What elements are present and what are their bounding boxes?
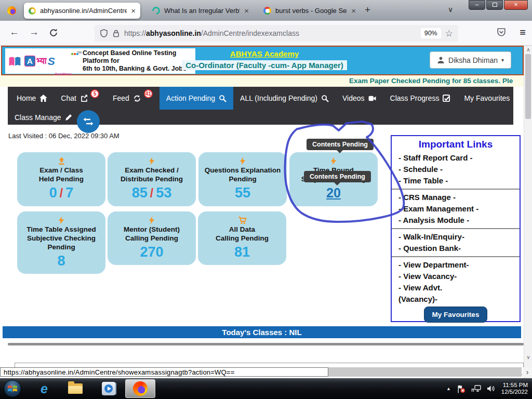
tab-close-icon[interactable]: × [131, 7, 136, 15]
scroll-up-arrow[interactable]: ∧ [524, 47, 532, 52]
toolbar-right-icons: ≡ [497, 27, 526, 37]
bolt-icon [330, 157, 337, 165]
link-time-table[interactable]: - Time Table - [392, 175, 520, 187]
card-time-table-assigned-subjective-checking[interactable]: Time Table Assigned Subjective Checking … [17, 211, 105, 274]
card-title-line2: Pending [198, 175, 287, 183]
start-button[interactable] [4, 380, 21, 397]
zoom-level-badge[interactable]: 90% [421, 28, 441, 38]
scroll-down-arrow[interactable]: ∨ [524, 354, 532, 360]
horizontal-scrollbar-thumb[interactable] [328, 367, 522, 377]
card-title-line1: All Data [198, 225, 286, 234]
scroll-right-arrow[interactable]: › [523, 367, 532, 377]
tooltip-contents-pending: Contents Pending [307, 139, 374, 150]
tab-close-icon[interactable]: × [244, 7, 249, 15]
role-title: Co-Ordinator (Faculty -cum- App Manager) [153, 61, 376, 70]
new-tab-button[interactable]: + [365, 4, 370, 16]
search-icon [219, 95, 227, 102]
window-controls: – × [469, 0, 528, 10]
google-favicon-icon [263, 7, 271, 15]
system-tray: ▲ 11:55 PM 12/5/2022 [446, 378, 528, 399]
class-swap-button[interactable] [77, 110, 100, 133]
nav-videos[interactable]: Videos [336, 87, 383, 110]
user-menu-button[interactable]: Diksha Dhiman ▾ [430, 51, 511, 69]
nav-class-progress[interactable]: Class Progress [383, 87, 458, 110]
file-explorer-button[interactable] [66, 381, 84, 396]
back-button[interactable]: ← [9, 26, 19, 38]
feed-count-badge: 41 [144, 89, 153, 98]
tab-abhyasonline[interactable]: abhyasonline.in/AdminCentre/i × [24, 3, 140, 19]
close-window-button[interactable]: × [504, 0, 528, 10]
tab-irregular-verb[interactable]: What Is an Irregular Verb? Examp × [148, 3, 254, 19]
url-bar[interactable]: https://abhyasonline.in/AdminCentre/inde… [95, 25, 458, 42]
menu-icon[interactable]: ≡ [520, 27, 526, 37]
reload-button[interactable] [49, 28, 58, 37]
upload-icon [57, 157, 66, 165]
pencil-icon [65, 114, 72, 121]
media-player-button[interactable] [100, 381, 117, 396]
abhyas-favicon-icon [29, 7, 36, 15]
nav-my-favourites[interactable]: My Favourites [457, 87, 528, 110]
card-all-data-calling-pending[interactable]: All Data Calling Pending 81 [198, 211, 286, 265]
card-mentor-student-calling-pending[interactable]: Mentor (Student) Calling Pending 270 [108, 211, 196, 265]
firefox-taskbar-button[interactable] [125, 379, 155, 398]
show-hidden-icons-button[interactable]: ▲ [446, 386, 451, 391]
list-tabs-chevron-icon[interactable]: ∨ [448, 5, 453, 14]
link-view-vacancy[interactable]: - View Vacancy- [392, 271, 520, 282]
nav-chat[interactable]: Chat 5 [54, 87, 106, 110]
vertical-scrollbar-thumb[interactable] [525, 54, 531, 119]
nav-videos-label: Videos [342, 94, 365, 102]
internet-explorer-button[interactable]: e [35, 381, 53, 396]
chat-count-badge: 5 [90, 89, 99, 98]
card-value: 55 [235, 185, 250, 201]
card-exam-checked-distribute-pending[interactable]: Exam Checked / Distribute Pending 85 / 5… [108, 152, 196, 206]
link-walk-in-enquiry[interactable]: - Walk-In/Enquiry- [392, 231, 520, 243]
forward-button[interactable]: → [29, 26, 39, 38]
bolt-icon [240, 157, 246, 165]
my-favourites-button[interactable]: My Favourites [424, 307, 488, 323]
user-icon [437, 56, 445, 64]
link-crs-manage[interactable]: - CRS Manage - [392, 192, 520, 203]
nav-feed[interactable]: Feed 41 [106, 87, 159, 110]
lock-icon[interactable] [112, 29, 120, 37]
nav-all-including-pending[interactable]: ALL (Including Pending) [233, 87, 336, 110]
link-question-bank[interactable]: - Question Bank- [392, 243, 520, 254]
action-center-flag-icon[interactable] [457, 384, 466, 393]
academy-title[interactable]: ABHYAS Academy [179, 49, 350, 58]
tooltip-contents-pending: Contents Pending [304, 171, 371, 182]
vertical-scrollbar[interactable]: ∧ ∨ [524, 46, 532, 378]
card-title-line2: Calling Pending [198, 234, 286, 243]
logo-letter-s: S [48, 55, 55, 68]
nav-class-manage[interactable]: Class Manage [8, 113, 79, 122]
network-icon[interactable] [471, 385, 481, 393]
shield-icon[interactable] [100, 29, 108, 37]
link-schedule[interactable]: - Schedule - [392, 164, 520, 175]
nav-action-pending[interactable]: Action Pending [159, 87, 233, 110]
card-title: Exam / Class Held Pending [17, 166, 105, 183]
page-viewport: A भ्या S Academy TM Concept Based Online… [0, 46, 532, 378]
refresh-icon [133, 95, 141, 102]
link-view-advt-vacancy[interactable]: - View Advt. (Vacancy)- [392, 282, 480, 305]
link-view-department[interactable]: - View Department- [392, 259, 520, 271]
link-staff-report-card[interactable]: - Staff Report Card - [392, 152, 520, 164]
card-value-num1: 85 [132, 185, 148, 201]
pocket-icon[interactable] [497, 28, 506, 37]
tab-close-icon[interactable]: × [351, 7, 356, 15]
link-analysis-module[interactable]: - Analysis Module - [392, 215, 520, 226]
volume-icon[interactable] [487, 385, 496, 392]
link-exam-management[interactable]: - Exam Management - [392, 203, 520, 215]
card-title-line2: Calling Pending [108, 234, 196, 243]
taskbar-clock[interactable]: 11:55 PM 12/5/2022 [501, 382, 528, 395]
card-value-separator: / [60, 187, 63, 201]
user-name: Diksha Dhiman [448, 56, 498, 64]
card-exam-class-held-pending[interactable]: Exam / Class Held Pending 0 / 7 [17, 152, 105, 206]
divider [8, 343, 524, 345]
maximize-button[interactable] [486, 0, 503, 10]
bookmark-star-icon[interactable]: ☆ [445, 28, 453, 39]
card-value-separator: / [150, 187, 153, 201]
nav-home[interactable]: Home [10, 87, 54, 110]
card-questions-explanation-pending[interactable]: Questions Explanation Pending 55 [198, 152, 287, 206]
tab-google-search[interactable]: burst verbs - Google Search × [259, 3, 361, 19]
clock-date: 12/5/2022 [501, 389, 528, 395]
minimize-button[interactable]: – [469, 0, 485, 10]
bolt-icon [149, 157, 155, 165]
